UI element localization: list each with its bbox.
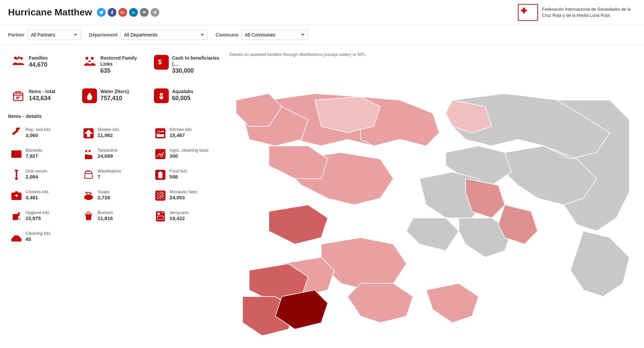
soaps-value: 2,728	[98, 194, 110, 201]
buckets-label: Buckets	[98, 210, 113, 215]
svg-point-23	[86, 150, 87, 152]
item-washbasins: Washbasins 7	[80, 165, 151, 185]
blankets-label: Blankets	[25, 148, 42, 153]
items-total-icon	[11, 88, 25, 103]
commune-filter-group: Commune All Communes	[216, 30, 308, 40]
washbasins-value: 7	[98, 173, 121, 180]
filters-bar: Partner All Partners Département All Dep…	[0, 25, 644, 45]
svg-rect-50	[157, 213, 160, 215]
svg-point-41	[90, 193, 91, 194]
logo-area: Federación Internacional de Sociedades d…	[518, 4, 636, 21]
linkedin-icon[interactable]: in	[129, 8, 138, 17]
partner-select[interactable]: All Partners	[27, 30, 81, 40]
agric-box-icon	[154, 148, 167, 160]
department-filter-group: Département All Departments	[89, 30, 208, 40]
page-header: Hurricane Matthew G+ in ✉ ⊘ Fede	[0, 0, 644, 25]
items-section-title: Items - details	[8, 113, 223, 119]
water-label: Water (liters)	[100, 88, 129, 94]
tarpaulins-label: Tarpaulins	[98, 148, 117, 153]
agric-cleaning-label: Agric. cleaning tools	[169, 148, 208, 153]
jerrycans-label: Jerrycans	[169, 210, 188, 215]
svg-rect-37	[15, 191, 18, 193]
item-cholera-kits: Cholera kits 3,481	[8, 186, 79, 205]
item-oral-serum: Oral serum 2,084	[8, 165, 79, 185]
svg-point-34	[89, 170, 90, 171]
link-icon[interactable]: ⊘	[151, 8, 159, 17]
item-mosquito-nets: Mosquito Nets 24,053	[152, 186, 223, 205]
blanket-icon	[10, 148, 23, 160]
item-soaps: Soaps 2,728	[80, 186, 151, 205]
logo-text: Federación Internacional de Sociedades d…	[542, 6, 636, 18]
item-hygiene-kits: Hygiene kits 15,975	[8, 207, 79, 226]
social-icons-group: G+ in ✉ ⊘	[97, 8, 159, 17]
rep-tool-kits-label: Rep. tool kits	[25, 127, 51, 132]
jerrycan-box-icon	[154, 210, 167, 223]
hygiene-icon	[10, 210, 23, 223]
families-icon	[11, 55, 25, 70]
svg-point-4	[20, 57, 23, 60]
dropper-icon	[10, 168, 23, 181]
agric-cleaning-value: 300	[169, 153, 208, 159]
families-label: Families	[29, 55, 48, 61]
svg-rect-30	[15, 170, 18, 171]
stat-items-total: Items - total 143,634	[8, 85, 79, 107]
food-box-icon	[154, 168, 167, 181]
svg-rect-15	[87, 134, 90, 137]
svg-point-40	[86, 192, 87, 193]
soaps-label: Soaps	[98, 189, 110, 195]
cleaning-box-icon	[10, 231, 23, 243]
department-select[interactable]: All Departments	[120, 30, 208, 40]
rfl-icon	[82, 55, 97, 70]
google-icon[interactable]: G+	[118, 8, 127, 17]
main-content: Families 44,670 Restor	[0, 45, 644, 348]
families-text: Families 44,670	[29, 55, 48, 69]
email-icon[interactable]: ✉	[140, 8, 149, 17]
shelter-box-icon	[82, 127, 95, 140]
kitchen-box-icon	[154, 127, 167, 140]
svg-rect-18	[161, 131, 164, 132]
shelter-kits-value: 11,982	[98, 132, 119, 139]
partner-label: Partner	[8, 32, 24, 38]
aquatabs-label: Aquatabs	[172, 88, 194, 94]
item-kitchen-kits: Kitchen kits 15,467	[152, 124, 223, 143]
items-grid: Rep. tool kits 3,060 Shelter kits 11,982	[8, 124, 223, 247]
buckets-value: 11,816	[98, 215, 113, 222]
aquatabs-text: Aquatabs 60,005	[172, 88, 194, 102]
svg-rect-1	[523, 8, 525, 13]
svg-point-31	[85, 171, 92, 174]
mosquito-box-icon	[154, 189, 167, 202]
svg-text:$: $	[158, 58, 162, 66]
svg-point-29	[15, 177, 18, 180]
facebook-icon[interactable]	[108, 8, 116, 17]
svg-rect-28	[16, 170, 17, 177]
item-blankets: Blankets 7,927	[8, 144, 79, 164]
rfl-label: Restored Family Links	[100, 55, 148, 67]
oral-serum-value: 2,084	[25, 173, 47, 180]
commune-select[interactable]: All Communes	[241, 30, 308, 40]
item-agric-cleaning: Agric. cleaning tools 300	[152, 144, 223, 164]
items-total-text: Items - total 143,634	[29, 88, 55, 102]
commune-label: Commune	[216, 32, 238, 38]
svg-point-48	[18, 212, 20, 214]
washbasin-icon	[82, 168, 95, 181]
hygiene-kits-label: Hygiene kits	[25, 210, 49, 215]
hammer-icon	[10, 127, 23, 140]
svg-point-32	[85, 170, 86, 171]
twitter-icon[interactable]	[97, 8, 106, 17]
map-note: Details on assisted families through dis…	[229, 52, 636, 58]
jerrycans-value: 19,422	[169, 215, 188, 222]
oral-serum-label: Oral serum	[25, 168, 47, 174]
map-container	[229, 60, 636, 348]
department-label: Département	[89, 32, 118, 38]
rfl-value: 635	[100, 67, 148, 75]
aquatabs-icon-box	[154, 88, 169, 103]
mid-stats-row: Items - total 143,634 Water (liters) 757…	[8, 85, 223, 107]
svg-point-33	[87, 170, 88, 171]
item-shelter-kits: Shelter kits 11,982	[80, 124, 151, 143]
haiti-map	[229, 60, 636, 348]
cholera-box-icon	[10, 189, 23, 202]
tarpaulins-value: 24,689	[98, 153, 117, 159]
cholera-kits-value: 3,481	[25, 194, 49, 201]
page-title: Hurricane Matthew	[8, 7, 92, 18]
kitchen-kits-value: 15,467	[169, 132, 192, 139]
